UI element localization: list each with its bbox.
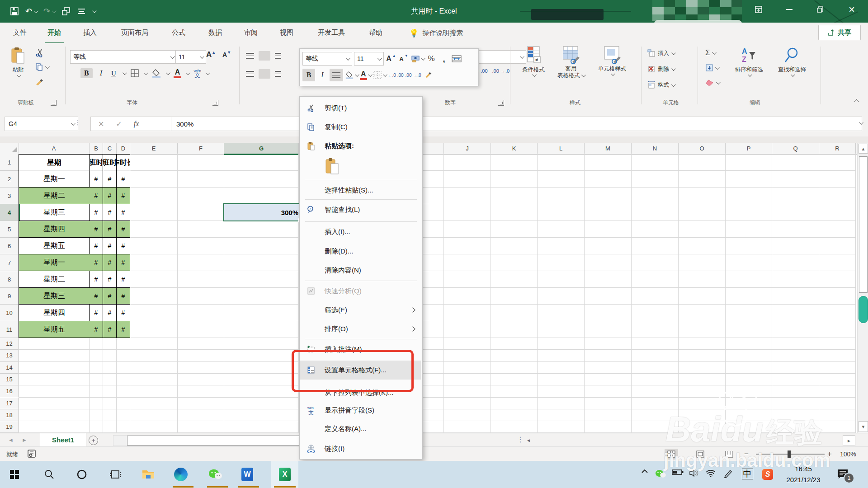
row-header-3[interactable]: 3 — [0, 188, 19, 204]
row-header-16[interactable]: 16 — [0, 385, 19, 397]
cell-b9[interactable]: # — [90, 288, 103, 305]
cell-a11[interactable]: 星期五 — [19, 321, 90, 338]
cell-b1[interactable]: 班时 — [90, 154, 103, 171]
file-explorer-icon[interactable] — [141, 467, 156, 482]
volume-icon[interactable] — [689, 469, 700, 477]
word-icon[interactable]: W — [240, 467, 255, 482]
zoom-slider-handle[interactable] — [788, 450, 791, 458]
underline-button[interactable]: U — [109, 69, 118, 78]
menu-item-show-pinyin[interactable]: wén文显示拼音字段(S) — [300, 401, 421, 420]
menu-item-define-name[interactable]: 定义名称(A)... — [300, 419, 421, 438]
sogou-input-icon[interactable]: S — [762, 469, 773, 480]
column-header-C[interactable]: C — [103, 143, 117, 154]
cell-a3[interactable]: 星期二 — [19, 188, 90, 204]
ribbon-display-options-icon[interactable] — [749, 0, 769, 19]
menu-item-quick-analysis[interactable]: 快速分析(Q) — [300, 282, 421, 300]
mini-fill-color-icon[interactable] — [345, 69, 358, 81]
menu-item-insert[interactable]: 插入(I)... — [300, 222, 421, 241]
pen-icon[interactable] — [723, 469, 733, 478]
cell-a5[interactable]: 星期四 — [19, 221, 90, 238]
find-select-button[interactable]: 查找和选择 — [771, 47, 813, 77]
font-size-combo[interactable]: 11 — [175, 50, 206, 64]
row-header-9[interactable]: 9 — [0, 288, 19, 305]
cell-a2[interactable]: 星期一 — [19, 171, 90, 188]
menu-item-delete[interactable]: 删除(D)... — [300, 242, 421, 261]
mini-italic-button[interactable]: I — [317, 69, 328, 81]
cell-a1[interactable]: 星期 — [19, 154, 90, 171]
cell-a8[interactable]: 星期二 — [19, 271, 90, 288]
menu-item-paste-special[interactable]: 选择性粘贴(S)... — [300, 181, 421, 200]
row-header-2[interactable]: 2 — [0, 171, 19, 188]
ribbon-tab-1[interactable]: 文件 — [10, 23, 29, 42]
mini-decrease-decimal-button[interactable]: .00 →.0 — [406, 69, 421, 81]
cell-c4[interactable]: # — [103, 204, 117, 221]
menu-item-copy[interactable]: 复制(C) — [300, 117, 421, 136]
cortana-icon[interactable] — [75, 467, 89, 482]
column-header-R[interactable]: R — [819, 143, 856, 154]
notification-center-icon[interactable]: 1 — [837, 469, 849, 480]
align-middle-icon[interactable] — [259, 51, 270, 61]
cell-c10[interactable]: # — [103, 305, 117, 321]
wifi-icon[interactable] — [705, 469, 716, 477]
cell-c8[interactable]: # — [103, 271, 117, 288]
mini-accounting-format-icon[interactable] — [411, 52, 424, 65]
tell-me-search[interactable]: 💡 操作说明搜索 — [409, 26, 463, 40]
borders-icon[interactable] — [130, 69, 139, 78]
column-header-M[interactable]: M — [585, 143, 632, 154]
column-header-E[interactable]: E — [130, 143, 178, 154]
row-header-7[interactable]: 7 — [0, 254, 19, 271]
scroll-up-icon[interactable]: ▲ — [859, 144, 868, 154]
column-header-A[interactable]: A — [19, 143, 90, 154]
cell-c7[interactable]: # — [103, 254, 117, 271]
cell-d10[interactable]: # — [117, 305, 130, 321]
menu-item-smart-lookup[interactable]: i智能查找(L) — [300, 200, 421, 219]
cell-b5[interactable]: # — [90, 221, 103, 238]
cell-c2[interactable]: # — [103, 171, 117, 188]
ribbon-tab-3[interactable]: 插入 — [80, 23, 99, 42]
phonetic-dropdown-icon[interactable] — [206, 70, 210, 75]
share-button[interactable]: 共享 — [818, 25, 861, 40]
underline-dropdown-icon[interactable] — [123, 70, 127, 75]
prev-sheet-icon[interactable]: ◄ — [8, 437, 14, 443]
tray-wechat-icon[interactable] — [655, 469, 666, 479]
wechat-icon[interactable] — [208, 467, 222, 482]
mini-shrink-font-button[interactable]: A▼ — [398, 52, 409, 65]
format-cells-button[interactable]: 格式 — [647, 81, 675, 89]
cell-d7[interactable]: # — [117, 254, 130, 271]
mini-format-painter-icon[interactable] — [423, 69, 434, 81]
menu-item-filter[interactable]: 筛选(E) — [300, 300, 421, 319]
column-header-Q[interactable]: Q — [772, 143, 819, 154]
font-color-dropdown-icon[interactable] — [186, 70, 190, 75]
column-header-G[interactable]: G — [224, 143, 299, 155]
vertical-scroll-thumb[interactable] — [859, 156, 868, 293]
cell-a6[interactable]: 星期五 — [19, 238, 90, 254]
menu-item-link[interactable]: 链接(I) — [300, 439, 421, 458]
column-header-K[interactable]: K — [491, 143, 538, 154]
menu-item-cut[interactable]: 剪切(T) — [300, 99, 421, 117]
clear-button[interactable] — [705, 79, 719, 86]
cell-c11[interactable]: # — [103, 321, 117, 338]
cell-b4[interactable]: # — [90, 204, 103, 221]
worksheet[interactable]: ABCDEFGHIJKLMNOPQR 123456789101112131415… — [0, 143, 857, 433]
column-header-F[interactable]: F — [178, 143, 224, 154]
column-header-N[interactable]: N — [632, 143, 679, 154]
cell-d6[interactable]: # — [117, 238, 130, 254]
cell-d3[interactable]: # — [117, 188, 130, 204]
restore-button[interactable] — [810, 0, 830, 19]
align-center-icon[interactable] — [259, 69, 270, 79]
mini-comma-button[interactable]: , — [439, 52, 449, 65]
sort-filter-button[interactable]: AZ 排序和筛选 — [730, 47, 769, 77]
row-header-6[interactable]: 6 — [0, 238, 19, 254]
font-color-button[interactable]: A — [174, 68, 182, 78]
column-header-P[interactable]: P — [726, 143, 772, 154]
autosum-button[interactable]: Σ — [705, 48, 715, 57]
mini-grow-font-button[interactable]: A▲ — [386, 52, 396, 65]
close-button[interactable]: × — [842, 0, 862, 19]
copy-button[interactable] — [35, 63, 48, 71]
zoom-level[interactable]: 100% — [840, 450, 856, 458]
task-view-icon[interactable] — [108, 467, 123, 482]
cut-icon[interactable] — [35, 48, 44, 59]
row-header-19[interactable]: 19 — [0, 421, 19, 433]
column-header-J[interactable]: J — [444, 143, 491, 154]
cell-c3[interactable]: # — [103, 188, 117, 204]
